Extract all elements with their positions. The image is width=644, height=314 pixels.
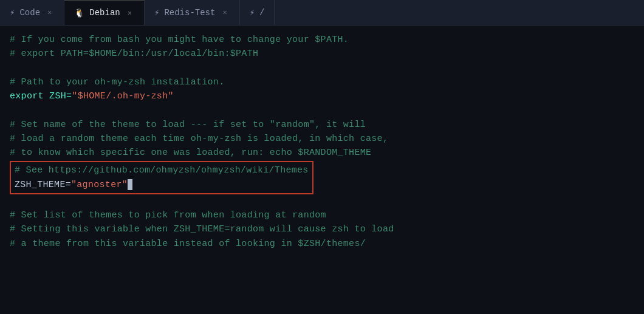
line-10: # See https://github.com/ohmyzsh/ohmyzsh… xyxy=(11,163,312,177)
cursor xyxy=(128,179,132,190)
code-tab-icon: ⚡ xyxy=(10,7,15,18)
line-7: # Set name of the theme to load --- if s… xyxy=(10,118,634,132)
tab-slash[interactable]: ⚡ / xyxy=(240,0,275,25)
line-4: # Path to your oh-my-zsh installation. xyxy=(10,75,634,89)
line-8: # load a random theme each time oh-my-zs… xyxy=(10,132,634,146)
slash-tab-icon: ⚡ xyxy=(250,7,255,18)
line-2: # export PATH=$HOME/bin:/usr/local/bin:$… xyxy=(10,47,634,61)
code-tab-label: Code xyxy=(19,8,40,18)
line-9: # to know which specific one was loaded,… xyxy=(10,146,634,160)
line-14: # Setting this variable when ZSH_THEME=r… xyxy=(10,222,634,236)
line-11: ZSH_THEME="agnoster" xyxy=(11,178,312,192)
line-15: # a theme from this variable instead of … xyxy=(10,237,634,251)
line-3-empty xyxy=(10,61,634,75)
line-13: # Set list of themes to pick from when l… xyxy=(10,208,634,222)
line-1: # If you come from bash you might have t… xyxy=(10,33,634,47)
tab-redis-test[interactable]: ⚡ Redis-Test ✕ xyxy=(145,0,240,25)
redis-tab-close[interactable]: ✕ xyxy=(220,7,229,18)
redis-tab-icon: ⚡ xyxy=(154,7,159,18)
tab-bar: ⚡ Code ✕ 🐧 Debian ✕ ⚡ Redis-Test ✕ ⚡ / xyxy=(0,0,644,26)
redis-tab-label: Redis-Test xyxy=(164,8,215,18)
debian-tab-icon: 🐧 xyxy=(74,8,84,18)
code-tab-close[interactable]: ✕ xyxy=(45,7,54,18)
tab-code[interactable]: ⚡ Code ✕ xyxy=(0,0,64,25)
line-12-empty xyxy=(10,194,634,208)
slash-tab-label: / xyxy=(259,8,264,18)
debian-tab-close[interactable]: ✕ xyxy=(125,7,134,19)
debian-tab-label: Debian xyxy=(89,8,120,18)
line-6-empty xyxy=(10,103,634,117)
line-5: export ZSH="$HOME/.oh-my-zsh" xyxy=(10,89,634,103)
terminal-content[interactable]: # If you come from bash you might have t… xyxy=(0,26,644,314)
tab-debian[interactable]: 🐧 Debian ✕ xyxy=(64,0,145,25)
